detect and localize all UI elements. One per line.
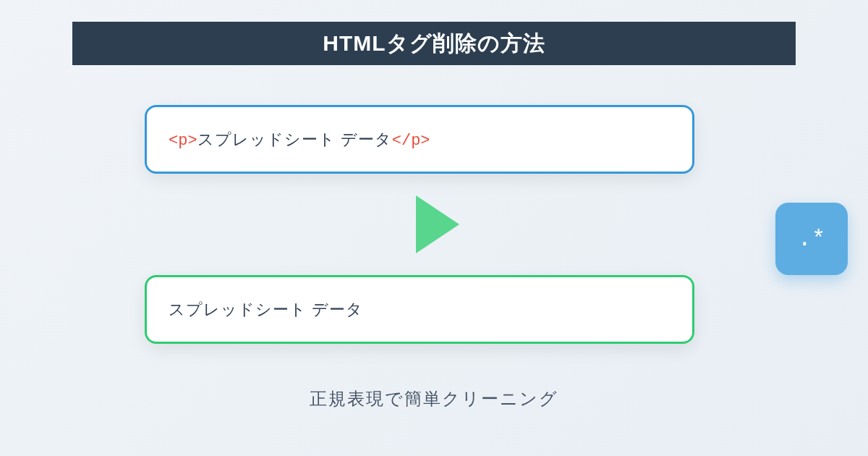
subtitle: 正規表現で簡単クリーニング [0, 387, 868, 410]
page-title: HTMLタグ削除の方法 [323, 29, 545, 59]
output-example-box: スプレッドシート データ [145, 275, 694, 344]
html-close-tag: </p> [392, 132, 430, 150]
input-example-box: <p>スプレッドシート データ</p> [145, 105, 694, 174]
regex-badge-label: .* [798, 226, 825, 253]
input-text: スプレッドシート データ [197, 130, 392, 148]
html-open-tag: <p> [169, 132, 197, 150]
arrow-down-icon [401, 192, 467, 260]
title-bar: HTMLタグ削除の方法 [72, 22, 796, 65]
output-text: スプレッドシート データ [169, 299, 363, 321]
svg-marker-0 [416, 195, 459, 253]
regex-badge: .* [775, 203, 848, 275]
